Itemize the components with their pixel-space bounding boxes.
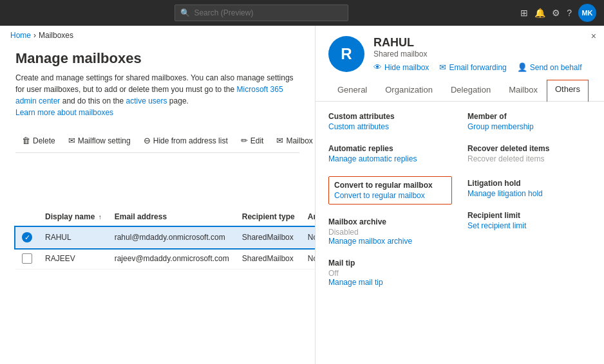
delete-icon: 🗑 bbox=[22, 136, 30, 145]
section-label: Mail tip bbox=[328, 259, 452, 268]
search-input[interactable] bbox=[194, 8, 342, 17]
search-box[interactable]: 🔍 bbox=[175, 5, 348, 21]
tab-organization[interactable]: Organization bbox=[376, 80, 442, 101]
mailflow-icon: ✉ bbox=[68, 136, 75, 145]
tab-delegation[interactable]: Delegation bbox=[442, 80, 500, 101]
litigation-hold-link[interactable]: Manage litigation hold bbox=[467, 189, 591, 198]
section-mailbox-archive: Mailbox archive Disabled Manage mailbox … bbox=[328, 217, 452, 246]
col-checkbox bbox=[15, 207, 39, 227]
row-email: rajeev@mdaddy.onmicrosoft.com bbox=[108, 248, 236, 269]
row-recipient-type: SharedMailbox bbox=[236, 227, 301, 248]
right-panel: × R RAHUL Shared mailbox 👁 Hide mailbox … bbox=[316, 26, 604, 364]
custom-attributes-link[interactable]: Custom attributes bbox=[328, 122, 452, 131]
send-on-behalf-link[interactable]: 👤 Send on behalf bbox=[517, 62, 582, 72]
table-row[interactable]: RAJEEV rajeev@mdaddy.onmicrosoft.com Sha… bbox=[15, 248, 315, 269]
row-display-name: RAJEEV bbox=[39, 248, 108, 269]
table-row[interactable]: ✓ RAHUL rahul@mdaddy.onmicrosoft.com Sha… bbox=[15, 227, 315, 248]
section-label: Mailbox archive bbox=[328, 217, 452, 226]
row-checkbox[interactable]: ✓ bbox=[15, 227, 39, 248]
main-container: Home › Mailboxes Manage mailboxes Create… bbox=[0, 26, 604, 364]
topbar: 🔍 ⊞ 🔔 ⚙ ? MK bbox=[0, 0, 604, 26]
forward-icon: ✉ bbox=[439, 62, 446, 72]
section-convert-mailbox: Convert to regular mailbox Convert to re… bbox=[328, 176, 452, 205]
section-member-of: Member of Group membership bbox=[467, 112, 591, 131]
eye-icon: 👁 bbox=[373, 62, 382, 72]
tab-others[interactable]: Others bbox=[547, 80, 589, 102]
delete-button[interactable]: 🗑 Delete bbox=[15, 132, 62, 149]
page-title: Manage mailboxes bbox=[15, 50, 299, 67]
tab-mailbox[interactable]: Mailbox bbox=[500, 80, 547, 101]
mail-tip-link[interactable]: Manage mail tip bbox=[328, 278, 452, 287]
section-label: Recipient limit bbox=[467, 211, 591, 220]
section-sublabel: Off bbox=[328, 269, 452, 278]
section-label: Recover deleted items bbox=[467, 144, 591, 153]
col-archive-status: Archive sta bbox=[301, 207, 315, 227]
profile-type: Shared mailbox bbox=[373, 50, 582, 59]
row-archive-status: None bbox=[301, 248, 315, 269]
sort-arrow: ↑ bbox=[99, 214, 102, 221]
row-archive-status: None bbox=[301, 227, 315, 248]
close-button[interactable]: × bbox=[591, 31, 596, 41]
checkbox-empty-icon bbox=[22, 253, 32, 264]
convert-mailbox-link[interactable]: Convert to regular mailbox bbox=[334, 191, 446, 200]
breadcrumb-current: Mailboxes bbox=[39, 31, 73, 40]
breadcrumb-home[interactable]: Home bbox=[10, 31, 31, 40]
mailflow-button[interactable]: ✉ Mailflow setting bbox=[62, 132, 137, 149]
row-recipient-type: SharedMailbox bbox=[236, 248, 301, 269]
section-label: Custom attributes bbox=[328, 112, 452, 121]
profile-section: R RAHUL Shared mailbox 👁 Hide mailbox ✉ … bbox=[328, 36, 591, 72]
section-recipient-limit: Recipient limit Set recipient limit bbox=[467, 211, 591, 230]
section-label: Convert to regular mailbox bbox=[334, 181, 446, 190]
automatic-replies-link[interactable]: Manage automatic replies bbox=[328, 154, 452, 163]
section-sublabel: Disabled bbox=[328, 228, 452, 237]
tab-general[interactable]: General bbox=[328, 80, 376, 101]
recipient-limit-link[interactable]: Set recipient limit bbox=[467, 221, 591, 230]
hide-icon: ⊖ bbox=[144, 136, 151, 145]
avatar[interactable]: MK bbox=[578, 4, 596, 22]
breadcrumb-sep: › bbox=[33, 31, 36, 40]
panel-sections: Custom attributes Custom attributes Auto… bbox=[328, 112, 591, 300]
col-recipient-type: Recipient type bbox=[236, 207, 301, 227]
help-icon[interactable]: ? bbox=[567, 8, 572, 18]
breadcrumb: Home › Mailboxes bbox=[0, 26, 315, 45]
mailbox-table: Display name ↑ Email address Recipient t… bbox=[0, 207, 315, 364]
profile-info: RAHUL Shared mailbox 👁 Hide mailbox ✉ Em… bbox=[373, 36, 582, 72]
right-sections: Member of Group membership Recover delet… bbox=[467, 112, 591, 300]
avatar: R bbox=[328, 36, 364, 72]
search-icon: 🔍 bbox=[180, 8, 190, 17]
row-checkbox[interactable] bbox=[15, 248, 39, 269]
topbar-icons: ⊞ 🔔 ⚙ ? MK bbox=[520, 4, 596, 22]
panel-header: R RAHUL Shared mailbox 👁 Hide mailbox ✉ … bbox=[316, 26, 604, 102]
section-litigation-hold: Litigation hold Manage litigation hold bbox=[467, 179, 591, 198]
email-forwarding-link[interactable]: ✉ Email forwarding bbox=[439, 62, 506, 72]
section-mail-tip: Mail tip Off Manage mail tip bbox=[328, 259, 452, 287]
hide-mailbox-link[interactable]: 👁 Hide mailbox bbox=[373, 62, 429, 72]
checkbox-selected-icon: ✓ bbox=[22, 232, 32, 242]
delegation-button[interactable]: ✉ Mailbox delegation bbox=[270, 132, 315, 149]
delegation-icon: ✉ bbox=[276, 136, 283, 145]
left-sections: Custom attributes Custom attributes Auto… bbox=[328, 112, 452, 300]
edit-button[interactable]: ✏ Edit bbox=[234, 132, 270, 149]
monitor-icon[interactable]: ⊞ bbox=[520, 8, 528, 18]
section-automatic-replies: Automatic replies Manage automatic repli… bbox=[328, 144, 452, 163]
section-label: Member of bbox=[467, 112, 591, 121]
profile-name: RAHUL bbox=[373, 36, 582, 50]
learn-more-link[interactable]: Learn more about mailboxes bbox=[15, 108, 113, 117]
col-display-name[interactable]: Display name ↑ bbox=[39, 207, 108, 227]
profile-actions: 👁 Hide mailbox ✉ Email forwarding 👤 Send… bbox=[373, 62, 582, 72]
page-description: Create and manage settings for shared ma… bbox=[15, 72, 299, 118]
settings-icon[interactable]: ⚙ bbox=[552, 8, 560, 18]
hide-address-button[interactable]: ⊖ Hide from address list bbox=[137, 132, 234, 149]
group-membership-link[interactable]: Group membership bbox=[467, 122, 591, 131]
bell-icon[interactable]: 🔔 bbox=[534, 8, 545, 18]
toolbar: 🗑 Delete ✉ Mailflow setting ⊖ Hide from … bbox=[15, 129, 299, 153]
edit-icon: ✏ bbox=[241, 136, 248, 145]
person-icon: 👤 bbox=[517, 62, 527, 72]
mailbox-archive-link[interactable]: Manage mailbox archive bbox=[328, 237, 452, 246]
row-email: rahul@mdaddy.onmicrosoft.com bbox=[108, 227, 236, 248]
panel-body: Custom attributes Custom attributes Auto… bbox=[316, 102, 604, 364]
page-content: Manage mailboxes Create and manage setti… bbox=[0, 45, 315, 207]
active-users-link[interactable]: active users bbox=[126, 96, 167, 105]
row-display-name: RAHUL bbox=[39, 227, 108, 248]
section-label: Automatic replies bbox=[328, 144, 452, 153]
